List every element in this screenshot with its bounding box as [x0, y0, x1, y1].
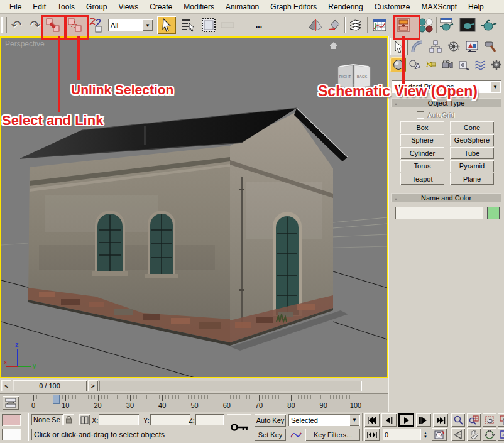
maximize-viewport-icon[interactable]	[498, 428, 504, 441]
object-type-cone[interactable]: Cone	[450, 121, 494, 133]
macro-recorder-box[interactable]	[2, 414, 21, 426]
bind-to-space-warp-icon[interactable]	[87, 16, 104, 34]
category-dropdown-arrow-icon[interactable]: ▼	[490, 81, 500, 92]
z-field[interactable]	[195, 414, 224, 425]
menu-file[interactable]: File	[4, 1, 27, 13]
object-color-swatch[interactable]	[487, 207, 500, 219]
key-mode-arrow-icon[interactable]: ▼	[349, 415, 359, 426]
align-icon[interactable]	[326, 16, 343, 34]
frame-next-button[interactable]: >	[88, 380, 98, 391]
menu-rendering[interactable]: Rendering	[322, 1, 368, 13]
zoom-extents-icon[interactable]	[483, 413, 496, 427]
category-helpers-icon[interactable]	[456, 57, 471, 72]
window-crossing-icon[interactable]	[219, 16, 236, 34]
set-key-button[interactable]: Set Key	[255, 429, 286, 441]
arc-rotate-icon[interactable]	[483, 428, 496, 441]
menu-animation[interactable]: Animation	[220, 1, 265, 13]
maxscript-listener-box[interactable]	[2, 429, 21, 440]
menu-group[interactable]: Group	[80, 1, 112, 13]
name-color-rollout-header[interactable]: - Name and Color	[391, 193, 501, 202]
selection-lock-icon[interactable]	[63, 414, 74, 425]
frame-spinner[interactable]: ▲▼	[422, 429, 429, 440]
rectangular-selection-icon[interactable]	[200, 16, 217, 34]
field-of-view-icon[interactable]	[451, 428, 465, 441]
tab-hierarchy[interactable]	[427, 38, 444, 55]
object-type-cylinder[interactable]: Cylinder	[400, 147, 444, 159]
mirror-icon[interactable]	[307, 16, 324, 34]
rollout-collapse-icon[interactable]: -	[391, 194, 401, 202]
object-type-plane[interactable]: Plane	[450, 173, 494, 185]
rollout-collapse-icon[interactable]: -	[391, 99, 401, 107]
object-type-teapot[interactable]: Teapot	[400, 173, 444, 185]
time-slider-track[interactable]	[99, 381, 362, 391]
tab-utilities[interactable]	[481, 38, 499, 55]
next-frame-icon[interactable]	[416, 413, 431, 427]
toolbar-ellipsis[interactable]: ...	[251, 16, 266, 34]
zoom-icon[interactable]	[451, 413, 465, 427]
pan-icon[interactable]	[467, 428, 481, 441]
object-type-pyramid[interactable]: Pyramid	[450, 160, 494, 172]
menu-modifiers[interactable]: Modifiers	[178, 1, 220, 13]
viewport-label[interactable]: Perspective	[5, 40, 45, 48]
category-lights-icon[interactable]	[423, 57, 439, 72]
undo-icon[interactable]: ↶	[8, 16, 25, 34]
house-model[interactable]	[20, 108, 348, 351]
set-keys-button[interactable]	[227, 414, 251, 440]
go-to-start-icon[interactable]	[364, 413, 380, 427]
layers-icon[interactable]	[347, 16, 364, 34]
current-frame-marker[interactable]	[53, 395, 60, 404]
y-field[interactable]	[150, 414, 190, 425]
default-tangent-icon[interactable]	[288, 429, 303, 441]
tab-modify[interactable]	[408, 38, 426, 55]
object-type-geosphere[interactable]: GeoSphere	[450, 134, 494, 146]
category-cameras-icon[interactable]	[439, 57, 455, 72]
x-field[interactable]	[99, 414, 139, 425]
selection-set-field[interactable]: None Se	[31, 414, 63, 425]
auto-key-button[interactable]: Auto Key	[255, 414, 286, 427]
menu-create[interactable]: Create	[144, 1, 178, 13]
current-frame-field[interactable]: 0	[383, 429, 421, 440]
time-slider-grip[interactable]: 0 / 100	[13, 380, 87, 391]
spinner-down-icon[interactable]: ▼	[424, 435, 427, 439]
tab-create[interactable]	[390, 38, 408, 55]
menu-edit[interactable]: Edit	[27, 1, 52, 13]
tab-display[interactable]	[463, 38, 481, 55]
menu-graph-editors[interactable]: Graph Editors	[265, 1, 322, 13]
tab-motion[interactable]	[445, 38, 463, 55]
previous-frame-icon[interactable]	[381, 413, 397, 427]
object-type-box[interactable]: Box	[400, 121, 444, 133]
absolute-mode-icon[interactable]	[79, 414, 90, 425]
object-type-sphere[interactable]: Sphere	[400, 134, 444, 146]
menu-tools[interactable]: Tools	[52, 1, 80, 13]
menu-customize[interactable]: Customize	[369, 1, 416, 13]
category-systems-icon[interactable]	[488, 57, 504, 72]
curve-editor-icon[interactable]	[371, 16, 388, 34]
mini-curve-editor-icon[interactable]	[3, 396, 19, 410]
frame-prev-button[interactable]: <	[1, 380, 11, 391]
selection-filter-arrow-icon[interactable]: ▼	[143, 19, 153, 31]
category-shapes-icon[interactable]	[407, 57, 422, 72]
rendered-frame-icon[interactable]	[459, 16, 476, 34]
menu-views[interactable]: Views	[112, 1, 144, 13]
object-type-tube[interactable]: Tube	[450, 147, 494, 159]
toolbar-grip[interactable]	[1, 17, 7, 33]
object-type-torus[interactable]: Torus	[400, 160, 444, 172]
zoom-extents-all-icon[interactable]	[498, 413, 504, 427]
render-icon[interactable]	[479, 16, 498, 34]
selection-filter-dropdown[interactable]: All ▼	[108, 19, 153, 31]
render-setup-icon[interactable]	[438, 16, 456, 34]
go-to-end-icon[interactable]	[433, 413, 448, 427]
play-animation-icon[interactable]	[398, 413, 414, 427]
menu-maxscript[interactable]: MAXScript	[415, 1, 463, 13]
autogrid-checkbox[interactable]	[417, 111, 424, 119]
zoom-all-icon[interactable]	[467, 413, 481, 427]
select-by-name-icon[interactable]	[180, 16, 197, 34]
track-bar-ruler[interactable]: 0102030405060708090100	[23, 394, 362, 412]
object-name-field[interactable]	[395, 207, 483, 219]
key-filters-button[interactable]: Key Filters...	[305, 429, 360, 441]
key-mode-toggle-icon[interactable]	[364, 428, 380, 441]
time-configuration-icon[interactable]	[432, 428, 447, 441]
menu-help[interactable]: Help	[463, 1, 490, 13]
select-object-icon[interactable]	[157, 16, 176, 34]
key-mode-dropdown[interactable]: Selected ▼	[288, 414, 360, 426]
